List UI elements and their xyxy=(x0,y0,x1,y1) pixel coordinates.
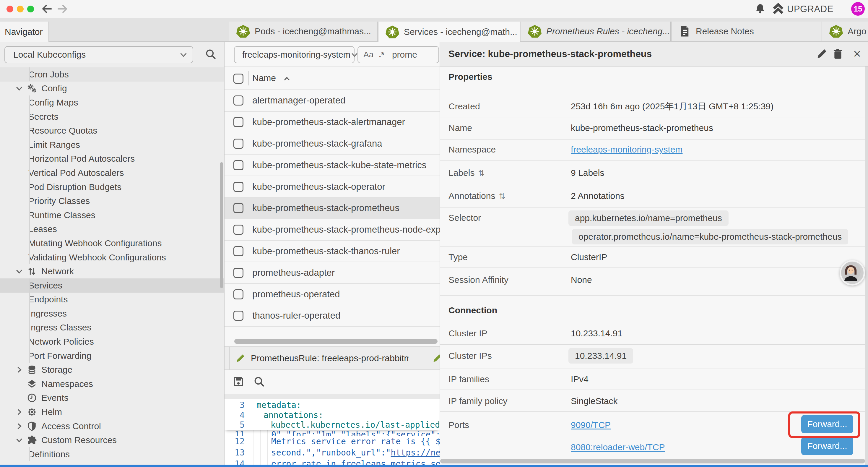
table-row-selected[interactable]: kube-prometheus-stack-prometheus xyxy=(224,198,440,219)
sidebar-item-access-control[interactable]: Access Control xyxy=(0,419,224,433)
sidebar-item-priority-classes[interactable]: Priority Classes xyxy=(0,194,224,208)
profile-badge[interactable]: 15 xyxy=(851,2,865,16)
table-row[interactable]: alertmanager-operated xyxy=(224,90,440,112)
table-row[interactable]: kube-prometheus-stack-operator xyxy=(224,176,440,198)
row-checkbox[interactable] xyxy=(234,182,243,192)
table-row[interactable]: thanos-ruler-operated xyxy=(224,305,440,327)
sidebar-item-ingress-classes[interactable]: Ingress Classes xyxy=(0,321,224,335)
row-checkbox[interactable] xyxy=(234,311,243,321)
row-checkbox[interactable] xyxy=(234,160,243,170)
horizontal-scrollbar[interactable] xyxy=(234,339,438,344)
sort-ascending-icon[interactable] xyxy=(283,76,291,83)
close-tab-icon[interactable]: × xyxy=(517,27,520,37)
yaml-editor[interactable]: 3metadata: 4annotations: 5kubectl.kubern… xyxy=(224,399,440,465)
forward-port-button[interactable]: Forward... xyxy=(801,437,853,455)
port-link[interactable]: 9090/TCP xyxy=(571,419,611,431)
sidebar-item-endpoints[interactable]: Endpoints xyxy=(0,293,224,307)
sidebar-item-ingresses[interactable]: Ingresses xyxy=(0,307,224,321)
search-icon[interactable] xyxy=(205,48,217,60)
table-row[interactable]: kube-prometheus-stack-alertmanager xyxy=(224,112,440,133)
sidebar-item-mutating-webhook-configurations[interactable]: Mutating Webhook Configurations xyxy=(0,236,224,250)
tab-release-notes[interactable]: Release Notes xyxy=(671,22,821,41)
assistant-avatar[interactable] xyxy=(840,260,865,286)
close-window-button[interactable] xyxy=(6,6,13,12)
tab-navigator[interactable]: Navigator xyxy=(0,22,49,42)
row-checkbox[interactable] xyxy=(234,139,243,149)
zoom-window-button[interactable] xyxy=(27,6,34,12)
sidebar-item-network[interactable]: Network xyxy=(0,264,224,279)
close-panel-icon[interactable]: × xyxy=(851,48,863,60)
table-row[interactable]: kube-prometheus-stack-prometheus-node-ex… xyxy=(224,219,440,241)
details-horizontal-scrollbar[interactable] xyxy=(440,459,865,463)
notifications-bell-icon[interactable] xyxy=(754,3,766,14)
minimize-window-button[interactable] xyxy=(17,6,24,12)
name-column-header[interactable]: Name xyxy=(252,73,276,83)
sidebar-item-storage[interactable]: Storage xyxy=(0,363,224,377)
table-row[interactable]: kube-prometheus-stack-grafana xyxy=(224,133,440,155)
port-link[interactable]: 8080:reloader-web/TCP xyxy=(571,441,665,453)
table-row[interactable]: prometheus-operated xyxy=(224,284,440,305)
sidebar-item-definitions[interactable]: Definitions xyxy=(0,447,224,461)
row-checkbox[interactable] xyxy=(234,203,243,213)
expand-updown-icon[interactable]: ⇅ xyxy=(478,169,485,178)
upgrade-label[interactable]: UPGRADE xyxy=(787,4,833,14)
sidebar-item-config[interactable]: Config xyxy=(0,82,224,96)
regex-toggle[interactable]: .* xyxy=(379,50,384,59)
row-checkbox[interactable] xyxy=(234,95,243,106)
sidebar-item-vertical-pod-autoscalers[interactable]: Vertical Pod Autoscalers xyxy=(0,166,224,180)
sidebar-item-pod-disruption-budgets[interactable]: Pod Disruption Budgets xyxy=(0,180,224,194)
sidebar-item-cron-jobs[interactable]: Cron Jobs xyxy=(0,67,224,82)
tab-argo[interactable]: Argo Se xyxy=(822,22,868,41)
row-checkbox[interactable] xyxy=(234,268,243,278)
sidebar-item-leases[interactable]: Leases xyxy=(0,222,224,236)
sidebar-scrollbar[interactable] xyxy=(220,162,223,288)
sidebar-item-namespaces[interactable]: Namespaces xyxy=(0,377,224,391)
row-checkbox[interactable] xyxy=(234,289,243,299)
kubeconfig-selector[interactable]: Local Kubeconfigs xyxy=(4,46,193,63)
match-case-toggle[interactable]: Aa xyxy=(363,50,373,59)
sidebar-item-events[interactable]: Events xyxy=(0,391,224,405)
search-icon[interactable] xyxy=(253,375,265,388)
delete-trash-icon[interactable] xyxy=(832,48,844,60)
sidebar-item-runtime-classes[interactable]: Runtime Classes xyxy=(0,208,224,222)
namespace-filter-select[interactable]: freeleaps-monitoring-system xyxy=(234,46,354,63)
sidebar-item-helm[interactable]: Helm xyxy=(0,405,224,419)
labels-value[interactable]: 9 Labels xyxy=(571,167,604,179)
row-checkbox[interactable] xyxy=(234,117,243,127)
editor-tab-partial[interactable] xyxy=(409,347,440,370)
sidebar-item-config-maps[interactable]: Config Maps xyxy=(0,95,224,110)
details-vertical-scrollbar[interactable] xyxy=(865,66,868,465)
upgrade-chevrons-icon[interactable] xyxy=(772,2,785,16)
forward-arrow-icon[interactable] xyxy=(56,2,68,16)
sidebar-item-secrets[interactable]: Secrets xyxy=(0,110,224,124)
table-row[interactable]: kube-prometheus-stack-kube-state-metrics xyxy=(224,154,440,176)
sidebar-item-services[interactable]: Services xyxy=(0,279,224,293)
code-line: metadata: xyxy=(256,400,301,410)
save-icon[interactable] xyxy=(232,375,245,388)
tab-prometheus-rules-label: Prometheus Rules - icecheng... xyxy=(546,26,670,36)
sidebar-item-validating-webhook-configurations[interactable]: Validating Webhook Configurations xyxy=(0,250,224,265)
sidebar-item-resource-quotas[interactable]: Resource Quotas xyxy=(0,123,224,138)
select-all-checkbox[interactable] xyxy=(234,74,243,84)
tab-pods[interactable]: Pods - icecheng@mathmas... xyxy=(229,22,378,41)
row-checkbox[interactable] xyxy=(234,246,243,256)
namespace-link[interactable]: freeleaps-monitoring-system xyxy=(571,144,682,155)
sidebar-item-horizontal-pod-autoscalers[interactable]: Horizontal Pod Autoscalers xyxy=(0,152,224,166)
sidebar-item-port-forwarding[interactable]: Port Forwarding xyxy=(0,349,224,363)
sidebar-item-network-policies[interactable]: Network Policies xyxy=(0,334,224,349)
annotations-value[interactable]: 2 Annotations xyxy=(571,190,625,202)
row-checkbox[interactable] xyxy=(234,225,243,235)
sidebar-item-limit-ranges[interactable]: Limit Ranges xyxy=(0,138,224,152)
edit-pencil-icon[interactable] xyxy=(816,48,829,60)
table-row[interactable]: kube-prometheus-stack-thanos-ruler xyxy=(224,241,440,262)
namespace-label: Namespace xyxy=(448,144,496,155)
sidebar-item-custom-resources[interactable]: Custom Resources xyxy=(0,433,224,447)
back-arrow-icon[interactable] xyxy=(41,2,54,16)
tab-services[interactable]: Services - icecheng@math... × xyxy=(378,22,520,42)
editor-tab-prometheusrule[interactable]: PrometheusRule: freeleaps-prod-rabbitmq xyxy=(229,347,410,370)
search-input[interactable]: Aa .* prome xyxy=(358,46,439,63)
code-link[interactable]: https://net xyxy=(391,448,440,458)
tab-prometheus-rules[interactable]: Prometheus Rules - icecheng... xyxy=(521,22,671,41)
table-row[interactable]: prometheus-adapter xyxy=(224,262,440,284)
expand-updown-icon[interactable]: ⇅ xyxy=(499,192,505,201)
